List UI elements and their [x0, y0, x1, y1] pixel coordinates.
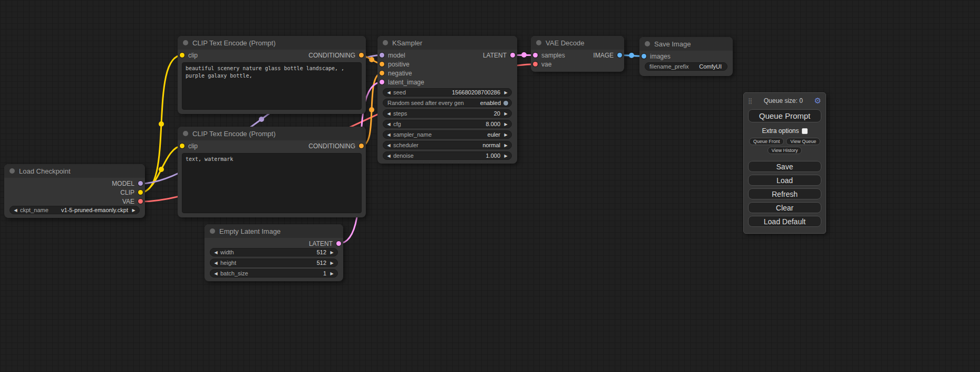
scheduler-widget[interactable]: ◀ scheduler normal ▶: [383, 141, 512, 149]
increment-arrow-icon[interactable]: ▶: [503, 122, 509, 127]
load-button[interactable]: Load: [748, 175, 821, 186]
node-title-bar[interactable]: Load Checkpoint: [4, 164, 145, 178]
collapse-dot-icon[interactable]: [210, 228, 215, 234]
collapse-dot-icon[interactable]: [183, 131, 188, 136]
decrement-arrow-icon[interactable]: ◀: [213, 271, 219, 276]
queue-prompt-button[interactable]: Queue Prompt: [748, 109, 821, 122]
decrement-arrow-icon[interactable]: ◀: [386, 143, 392, 148]
widget-label: ckpt_name: [20, 207, 48, 213]
toggle-indicator-icon[interactable]: [503, 101, 508, 106]
widget-value: 156680208700286: [452, 89, 500, 96]
clip-input-port[interactable]: [180, 53, 185, 58]
increment-arrow-icon[interactable]: ▶: [503, 132, 509, 137]
random-seed-toggle[interactable]: Random seed after every gen enabled: [383, 99, 512, 107]
collapse-dot-icon[interactable]: [183, 40, 188, 45]
cfg-widget[interactable]: ◀ cfg 8.000 ▶: [383, 120, 512, 128]
node-ksampler[interactable]: KSampler model LATENT positive negative: [377, 36, 517, 164]
vae-output-port[interactable]: [138, 199, 143, 204]
node-clip-text-encode-negative[interactable]: CLIP Text Encode (Prompt) clip CONDITION…: [178, 127, 366, 217]
collapse-dot-icon[interactable]: [645, 41, 650, 46]
view-history-button[interactable]: View History: [768, 147, 802, 154]
increment-arrow-icon[interactable]: ▶: [503, 111, 509, 116]
node-vae-decode[interactable]: VAE Decode samples IMAGE vae: [531, 36, 624, 72]
menu-drag-handle-icon[interactable]: ⣿: [748, 98, 752, 104]
latent-image-input-port[interactable]: [380, 80, 384, 84]
decrement-arrow-icon[interactable]: ◀: [386, 90, 392, 95]
increment-arrow-icon[interactable]: ▶: [503, 143, 509, 148]
view-queue-button[interactable]: View Queue: [786, 138, 820, 145]
node-title-bar[interactable]: CLIP Text Encode (Prompt): [178, 127, 366, 140]
increment-arrow-icon[interactable]: ▶: [329, 250, 335, 255]
model-input-port[interactable]: [380, 53, 384, 58]
widget-value: 20: [494, 110, 500, 117]
clear-button[interactable]: Clear: [748, 202, 821, 213]
comfy-menu-panel[interactable]: ⣿ Queue size: 0 ⚙ Queue Prompt Extra opt…: [743, 92, 826, 234]
negative-prompt-textarea[interactable]: text, watermark: [182, 153, 362, 213]
node-title-bar[interactable]: Empty Latent Image: [205, 224, 343, 238]
node-clip-text-encode-positive[interactable]: CLIP Text Encode (Prompt) clip CONDITION…: [178, 36, 366, 114]
clip-input-port[interactable]: [180, 144, 185, 148]
filename-prefix-widget[interactable]: filename_prefix ComfyUI: [645, 62, 727, 71]
link-midpoint-dot: [369, 57, 374, 62]
collapse-dot-icon[interactable]: [383, 40, 388, 45]
denoise-widget[interactable]: ◀ denoise 1.000 ▶: [383, 151, 512, 160]
model-output-port[interactable]: [138, 181, 143, 186]
node-title-bar[interactable]: KSampler: [377, 36, 517, 50]
widget-label: steps: [393, 110, 407, 117]
collapse-dot-icon[interactable]: [9, 168, 15, 174]
decrement-arrow-icon[interactable]: ◀: [386, 111, 392, 116]
batch-size-widget[interactable]: ◀ batch_size 1 ▶: [210, 269, 338, 278]
node-title-bar[interactable]: VAE Decode: [531, 36, 624, 50]
ckpt-name-widget[interactable]: ◀ ckpt_name v1-5-pruned-emaonly.ckpt ▶: [9, 206, 140, 214]
decrement-arrow-icon[interactable]: ◀: [213, 261, 219, 265]
node-empty-latent-image[interactable]: Empty Latent Image LATENT ◀ width 512 ▶ …: [205, 224, 343, 281]
sampler-name-widget[interactable]: ◀ sampler_name euler ▶: [383, 130, 512, 139]
load-default-button[interactable]: Load Default: [748, 216, 821, 227]
increment-arrow-icon[interactable]: ▶: [503, 90, 509, 95]
decrement-arrow-icon[interactable]: ◀: [386, 154, 392, 158]
width-widget[interactable]: ◀ width 512 ▶: [210, 248, 338, 256]
increment-arrow-icon[interactable]: ▶: [329, 261, 335, 265]
refresh-button[interactable]: Refresh: [748, 188, 821, 199]
conditioning-output-port[interactable]: [359, 53, 364, 58]
increment-arrow-icon[interactable]: ▶: [131, 208, 137, 213]
widget-label: batch_size: [220, 270, 248, 276]
positive-input-port[interactable]: [380, 62, 384, 66]
increment-arrow-icon[interactable]: ▶: [503, 154, 509, 158]
positive-prompt-textarea[interactable]: beautiful scenery nature glass bottle la…: [182, 62, 362, 110]
image-output-port[interactable]: [617, 53, 622, 58]
slot-label-samples: samples: [541, 52, 565, 59]
save-button[interactable]: Save: [748, 161, 821, 172]
node-save-image[interactable]: Save Image images filename_prefix ComfyU…: [639, 37, 733, 76]
link-midpoint-dot: [629, 53, 634, 58]
latent-output-port[interactable]: [510, 53, 515, 58]
widget-label: seed: [393, 89, 406, 96]
conditioning-output-port[interactable]: [359, 144, 364, 148]
node-load-checkpoint[interactable]: Load Checkpoint MODEL CLIP VAE ◀ ckpt_na…: [4, 164, 145, 218]
extra-options-checkbox[interactable]: [802, 128, 808, 134]
link-midpoint-dot: [259, 117, 264, 122]
decrement-arrow-icon[interactable]: ◀: [386, 122, 392, 127]
settings-gear-icon[interactable]: ⚙: [814, 96, 821, 106]
increment-arrow-icon[interactable]: ▶: [329, 271, 335, 276]
queue-front-button[interactable]: Queue Front: [749, 138, 784, 145]
negative-input-port[interactable]: [380, 71, 384, 75]
node-title: Empty Latent Image: [219, 227, 280, 235]
widget-label: width: [220, 249, 234, 255]
widget-value: v1-5-pruned-emaonly.ckpt: [61, 207, 128, 213]
decrement-arrow-icon[interactable]: ◀: [213, 250, 219, 255]
steps-widget[interactable]: ◀ steps 20 ▶: [383, 109, 512, 118]
latent-output-port[interactable]: [336, 241, 341, 246]
images-input-port[interactable]: [642, 54, 646, 59]
height-widget[interactable]: ◀ height 512 ▶: [210, 259, 338, 267]
vae-input-port[interactable]: [533, 62, 538, 66]
seed-widget[interactable]: ◀ seed 156680208700286 ▶: [383, 88, 512, 97]
comfyui-canvas[interactable]: { "icons": { "dec_arrow": "◀", "inc_arro…: [0, 0, 980, 372]
node-title-bar[interactable]: CLIP Text Encode (Prompt): [178, 36, 366, 50]
decrement-arrow-icon[interactable]: ◀: [13, 208, 18, 213]
decrement-arrow-icon[interactable]: ◀: [386, 132, 392, 137]
clip-output-port[interactable]: [138, 190, 143, 195]
node-title-bar[interactable]: Save Image: [639, 37, 733, 51]
samples-input-port[interactable]: [533, 53, 538, 58]
collapse-dot-icon[interactable]: [536, 40, 541, 45]
